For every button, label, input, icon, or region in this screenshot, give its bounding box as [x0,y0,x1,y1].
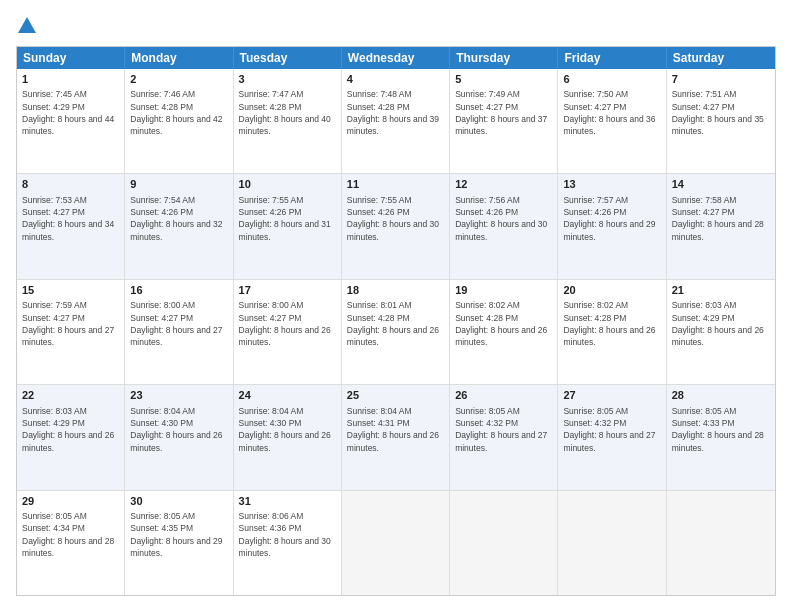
calendar: SundayMondayTuesdayWednesdayThursdayFrid… [16,46,776,596]
day-number: 31 [239,494,336,509]
day-number: 16 [130,283,227,298]
day-info: Sunrise: 7:48 AM Sunset: 4:28 PM Dayligh… [347,88,444,137]
calendar-cell-24: 24Sunrise: 8:04 AM Sunset: 4:30 PM Dayli… [234,385,342,489]
calendar-row-5: 29Sunrise: 8:05 AM Sunset: 4:34 PM Dayli… [17,491,775,595]
weekday-header-friday: Friday [558,47,666,69]
day-number: 4 [347,72,444,87]
calendar-row-1: 1Sunrise: 7:45 AM Sunset: 4:29 PM Daylig… [17,69,775,174]
day-info: Sunrise: 7:46 AM Sunset: 4:28 PM Dayligh… [130,88,227,137]
calendar-cell-7: 7Sunrise: 7:51 AM Sunset: 4:27 PM Daylig… [667,69,775,173]
calendar-cell-27: 27Sunrise: 8:05 AM Sunset: 4:32 PM Dayli… [558,385,666,489]
day-number: 11 [347,177,444,192]
calendar-body: 1Sunrise: 7:45 AM Sunset: 4:29 PM Daylig… [17,69,775,595]
day-number: 2 [130,72,227,87]
day-info: Sunrise: 8:05 AM Sunset: 4:33 PM Dayligh… [672,405,770,454]
day-number: 5 [455,72,552,87]
day-info: Sunrise: 8:04 AM Sunset: 4:30 PM Dayligh… [130,405,227,454]
day-info: Sunrise: 8:03 AM Sunset: 4:29 PM Dayligh… [22,405,119,454]
calendar-cell-6: 6Sunrise: 7:50 AM Sunset: 4:27 PM Daylig… [558,69,666,173]
calendar-cell-22: 22Sunrise: 8:03 AM Sunset: 4:29 PM Dayli… [17,385,125,489]
day-info: Sunrise: 8:00 AM Sunset: 4:27 PM Dayligh… [130,299,227,348]
calendar-row-2: 8Sunrise: 7:53 AM Sunset: 4:27 PM Daylig… [17,174,775,279]
day-number: 30 [130,494,227,509]
day-number: 1 [22,72,119,87]
day-number: 15 [22,283,119,298]
day-info: Sunrise: 8:04 AM Sunset: 4:31 PM Dayligh… [347,405,444,454]
day-number: 19 [455,283,552,298]
weekday-header-saturday: Saturday [667,47,775,69]
calendar-cell-empty-5 [558,491,666,595]
calendar-cell-25: 25Sunrise: 8:04 AM Sunset: 4:31 PM Dayli… [342,385,450,489]
page: SundayMondayTuesdayWednesdayThursdayFrid… [0,0,792,612]
calendar-cell-empty-3 [342,491,450,595]
calendar-cell-14: 14Sunrise: 7:58 AM Sunset: 4:27 PM Dayli… [667,174,775,278]
day-info: Sunrise: 7:55 AM Sunset: 4:26 PM Dayligh… [347,194,444,243]
weekday-header-wednesday: Wednesday [342,47,450,69]
calendar-cell-29: 29Sunrise: 8:05 AM Sunset: 4:34 PM Dayli… [17,491,125,595]
calendar-cell-empty-4 [450,491,558,595]
calendar-cell-empty-6 [667,491,775,595]
calendar-cell-21: 21Sunrise: 8:03 AM Sunset: 4:29 PM Dayli… [667,280,775,384]
day-info: Sunrise: 7:56 AM Sunset: 4:26 PM Dayligh… [455,194,552,243]
calendar-cell-18: 18Sunrise: 8:01 AM Sunset: 4:28 PM Dayli… [342,280,450,384]
weekday-header-tuesday: Tuesday [234,47,342,69]
day-number: 7 [672,72,770,87]
calendar-cell-5: 5Sunrise: 7:49 AM Sunset: 4:27 PM Daylig… [450,69,558,173]
calendar-row-4: 22Sunrise: 8:03 AM Sunset: 4:29 PM Dayli… [17,385,775,490]
logo-icon [18,16,36,34]
day-info: Sunrise: 7:59 AM Sunset: 4:27 PM Dayligh… [22,299,119,348]
day-info: Sunrise: 8:00 AM Sunset: 4:27 PM Dayligh… [239,299,336,348]
day-info: Sunrise: 8:06 AM Sunset: 4:36 PM Dayligh… [239,510,336,559]
day-info: Sunrise: 8:02 AM Sunset: 4:28 PM Dayligh… [455,299,552,348]
day-number: 26 [455,388,552,403]
day-number: 10 [239,177,336,192]
day-info: Sunrise: 7:45 AM Sunset: 4:29 PM Dayligh… [22,88,119,137]
day-info: Sunrise: 7:53 AM Sunset: 4:27 PM Dayligh… [22,194,119,243]
day-info: Sunrise: 7:47 AM Sunset: 4:28 PM Dayligh… [239,88,336,137]
day-number: 13 [563,177,660,192]
day-info: Sunrise: 8:04 AM Sunset: 4:30 PM Dayligh… [239,405,336,454]
day-number: 24 [239,388,336,403]
weekday-header-sunday: Sunday [17,47,125,69]
header [16,16,776,34]
day-number: 17 [239,283,336,298]
day-number: 14 [672,177,770,192]
calendar-row-3: 15Sunrise: 7:59 AM Sunset: 4:27 PM Dayli… [17,280,775,385]
day-info: Sunrise: 7:51 AM Sunset: 4:27 PM Dayligh… [672,88,770,137]
day-number: 23 [130,388,227,403]
calendar-header: SundayMondayTuesdayWednesdayThursdayFrid… [17,47,775,69]
day-info: Sunrise: 8:02 AM Sunset: 4:28 PM Dayligh… [563,299,660,348]
calendar-cell-13: 13Sunrise: 7:57 AM Sunset: 4:26 PM Dayli… [558,174,666,278]
calendar-cell-3: 3Sunrise: 7:47 AM Sunset: 4:28 PM Daylig… [234,69,342,173]
day-info: Sunrise: 7:54 AM Sunset: 4:26 PM Dayligh… [130,194,227,243]
day-info: Sunrise: 7:57 AM Sunset: 4:26 PM Dayligh… [563,194,660,243]
day-info: Sunrise: 8:05 AM Sunset: 4:32 PM Dayligh… [455,405,552,454]
calendar-cell-26: 26Sunrise: 8:05 AM Sunset: 4:32 PM Dayli… [450,385,558,489]
calendar-cell-31: 31Sunrise: 8:06 AM Sunset: 4:36 PM Dayli… [234,491,342,595]
weekday-header-thursday: Thursday [450,47,558,69]
day-number: 3 [239,72,336,87]
day-info: Sunrise: 7:50 AM Sunset: 4:27 PM Dayligh… [563,88,660,137]
day-number: 18 [347,283,444,298]
calendar-cell-9: 9Sunrise: 7:54 AM Sunset: 4:26 PM Daylig… [125,174,233,278]
day-info: Sunrise: 8:05 AM Sunset: 4:32 PM Dayligh… [563,405,660,454]
weekday-header-monday: Monday [125,47,233,69]
calendar-cell-2: 2Sunrise: 7:46 AM Sunset: 4:28 PM Daylig… [125,69,233,173]
calendar-cell-8: 8Sunrise: 7:53 AM Sunset: 4:27 PM Daylig… [17,174,125,278]
day-info: Sunrise: 8:05 AM Sunset: 4:35 PM Dayligh… [130,510,227,559]
day-number: 28 [672,388,770,403]
calendar-cell-1: 1Sunrise: 7:45 AM Sunset: 4:29 PM Daylig… [17,69,125,173]
calendar-cell-23: 23Sunrise: 8:04 AM Sunset: 4:30 PM Dayli… [125,385,233,489]
calendar-cell-11: 11Sunrise: 7:55 AM Sunset: 4:26 PM Dayli… [342,174,450,278]
day-number: 21 [672,283,770,298]
day-info: Sunrise: 7:55 AM Sunset: 4:26 PM Dayligh… [239,194,336,243]
logo [16,16,36,34]
calendar-cell-17: 17Sunrise: 8:00 AM Sunset: 4:27 PM Dayli… [234,280,342,384]
calendar-cell-15: 15Sunrise: 7:59 AM Sunset: 4:27 PM Dayli… [17,280,125,384]
svg-marker-0 [18,17,36,33]
day-number: 25 [347,388,444,403]
day-number: 12 [455,177,552,192]
calendar-cell-20: 20Sunrise: 8:02 AM Sunset: 4:28 PM Dayli… [558,280,666,384]
day-number: 22 [22,388,119,403]
day-info: Sunrise: 7:58 AM Sunset: 4:27 PM Dayligh… [672,194,770,243]
